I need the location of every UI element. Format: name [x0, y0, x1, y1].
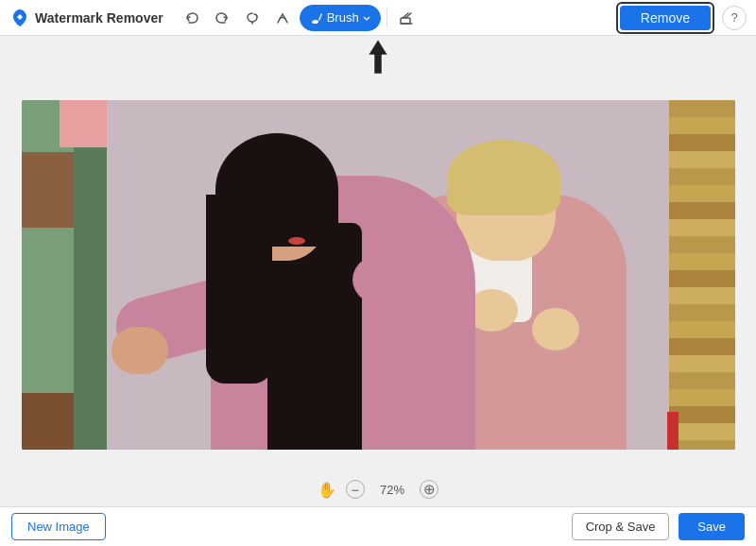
save-button[interactable]: Save: [679, 513, 745, 540]
figure-left-hair2: [206, 195, 272, 384]
pan-icon[interactable]: ✋: [318, 481, 336, 499]
painted-image: [22, 100, 735, 450]
zoom-bar: ✋ − 72% ⊕: [0, 472, 756, 506]
zoom-out-button[interactable]: −: [346, 480, 365, 499]
red-accent: [667, 412, 679, 450]
app-logo: Watermark Remover: [9, 8, 163, 28]
toolbar-divider: [387, 9, 387, 27]
figure-right-hair: [447, 140, 560, 215]
undo-button[interactable]: [179, 5, 205, 31]
help-button[interactable]: ?: [722, 6, 747, 30]
toolbar-eraser-group: [393, 5, 420, 31]
arrow-indicator: [0, 36, 756, 77]
freehand-button[interactable]: [269, 5, 296, 31]
bg-top-pink: [60, 100, 107, 147]
eraser-button[interactable]: [393, 5, 420, 31]
bg-door-frame: [74, 100, 112, 450]
svg-marker-3: [369, 40, 387, 74]
brush-label: Brush: [327, 10, 359, 25]
bottom-right-actions: Crop & Save Save: [572, 513, 745, 540]
figure-left-shoulder: [352, 251, 428, 308]
brush-button[interactable]: Brush: [300, 5, 381, 31]
new-image-button[interactable]: New Image: [11, 513, 106, 540]
arrow-up-icon: [361, 38, 395, 76]
header: Watermark Remover: [0, 0, 756, 36]
bg-wood-right: [669, 100, 735, 450]
lasso-button[interactable]: [239, 5, 266, 31]
app-title: Watermark Remover: [35, 10, 163, 26]
toolbar-nav-group: [179, 5, 296, 31]
redo-button[interactable]: [209, 5, 235, 31]
canvas-area[interactable]: [0, 77, 756, 472]
zoom-level: 72%: [374, 483, 410, 497]
remove-button-wrapper: Remove: [616, 2, 714, 34]
app-logo-icon: [9, 8, 30, 28]
zoom-in-button[interactable]: ⊕: [420, 480, 438, 499]
bg-shelf-left: [22, 152, 74, 228]
lip: [288, 237, 305, 245]
figure-right-hand3: [532, 308, 579, 350]
remove-button[interactable]: Remove: [620, 6, 711, 30]
crop-save-button[interactable]: Crop & Save: [572, 513, 670, 540]
svg-rect-1: [401, 18, 410, 24]
bottom-bar: New Image Crop & Save Save: [0, 506, 756, 546]
bg-shelf-left2: [22, 393, 74, 450]
image-canvas[interactable]: [22, 100, 735, 450]
figure-left-hand: [112, 327, 168, 374]
toolbar-brush-group: Brush: [300, 5, 381, 31]
